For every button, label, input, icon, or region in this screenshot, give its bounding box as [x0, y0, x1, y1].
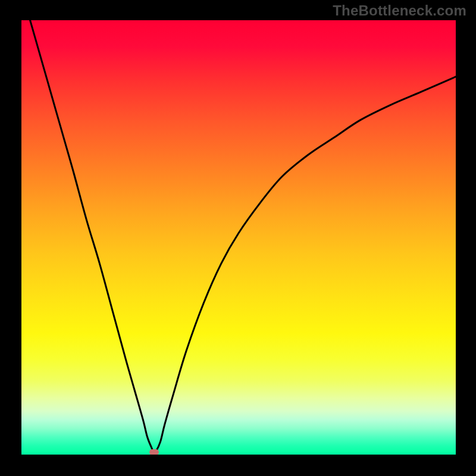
plot-area	[21, 20, 456, 455]
chart-frame: TheBottleneck.com	[0, 0, 476, 476]
curve-path	[30, 20, 456, 453]
bottleneck-curve	[21, 20, 456, 455]
watermark-text: TheBottleneck.com	[333, 2, 466, 19]
minimum-marker	[149, 449, 159, 455]
